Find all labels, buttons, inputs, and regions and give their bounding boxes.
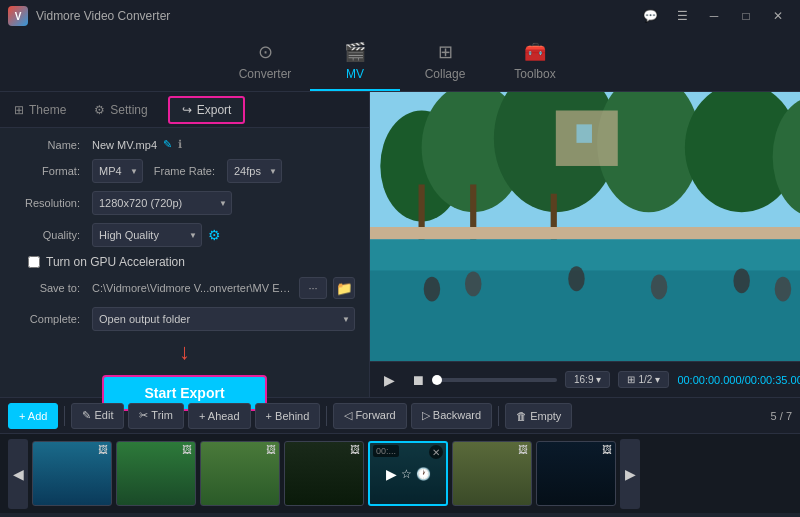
converter-label: Converter (239, 67, 292, 81)
saveto-browse-button[interactable]: ··· (299, 277, 327, 299)
title-bar-left: V Vidmore Video Converter (8, 6, 170, 26)
maximize-button[interactable]: □ (732, 6, 760, 26)
forward-button[interactable]: ◁ Forward (333, 403, 406, 429)
left-tabs: ⊞ Theme ⚙ Setting ↪ Export (0, 92, 369, 128)
format-select[interactable]: MP4 (92, 159, 143, 183)
menu-button[interactable]: ☰ (668, 6, 696, 26)
export-label: Export (197, 103, 232, 117)
saveto-path: C:\Vidmore\Vidmore V...onverter\MV Expor… (92, 282, 293, 294)
ahead-button[interactable]: + Ahead (188, 403, 251, 429)
film-thumb-4[interactable]: 🖼 (284, 441, 364, 506)
film-thumb-3[interactable]: 🖼 (200, 441, 280, 506)
video-preview (370, 92, 800, 361)
app-title: Vidmore Video Converter (36, 9, 170, 23)
svg-point-16 (465, 271, 482, 296)
trim-button[interactable]: ✂ Trim (128, 403, 183, 429)
quality-chevron-icon: ▾ (655, 374, 660, 385)
gpu-checkbox[interactable] (28, 256, 40, 268)
close-button[interactable]: ✕ (764, 6, 792, 26)
empty-button[interactable]: 🗑 Empty (505, 403, 572, 429)
resolution-select-wrapper: 1280x720 (720p) (92, 191, 232, 215)
film-thumb-1[interactable]: 🖼 (32, 441, 112, 506)
format-select-wrapper: MP4 (92, 159, 143, 183)
quality-row: Quality: High Quality ⚙ (14, 223, 355, 247)
quality-label: 1/2 (638, 374, 652, 385)
film-thumb-2[interactable]: 🖼 (116, 441, 196, 506)
framerate-label: Frame Rate: (149, 165, 221, 177)
framerate-select[interactable]: 24fps (227, 159, 282, 183)
tab-toolbox[interactable]: 🧰 Toolbox (490, 33, 580, 91)
gpu-checkbox-row: Turn on GPU Acceleration (14, 255, 355, 269)
collage-label: Collage (425, 67, 466, 81)
edit-button[interactable]: ✎ Edit (71, 403, 124, 429)
filmstrip-next-button[interactable]: ▶ (620, 439, 640, 509)
toolbar-divider-2 (326, 406, 327, 426)
thumb-1-icon: 🖼 (98, 444, 108, 455)
backward-button[interactable]: ▷ Backward (411, 403, 492, 429)
thumb-2-icon: 🖼 (182, 444, 192, 455)
thumb-3-icon: 🖼 (266, 444, 276, 455)
tab-theme[interactable]: ⊞ Theme (0, 92, 80, 127)
thumb-5-play-icon: ▶ (386, 466, 397, 482)
name-value: New MV.mp4 (92, 139, 157, 151)
film-thumb-5-selected[interactable]: 00:... ✕ ▶ ☆ 🕐 (368, 441, 448, 506)
saveto-row: Save to: C:\Vidmore\Vidmore V...onverter… (14, 277, 355, 299)
right-panel: ▶ ⏹ 16:9 ▾ ⊞ 1/2 ▾ 00:00:00.000/00:00:35… (370, 92, 800, 397)
quality-label: Quality: (14, 229, 86, 241)
tab-converter[interactable]: ⊙ Converter (220, 33, 310, 91)
time-display: 00:00:00.000/00:00:35.000 (677, 374, 800, 386)
progress-bar[interactable] (437, 378, 557, 382)
trees-layer (370, 92, 800, 240)
complete-select[interactable]: Open output folder (92, 307, 355, 331)
resolution-row: Resolution: 1280x720 (720p) (14, 191, 355, 215)
quality-select[interactable]: High Quality (92, 223, 202, 247)
collage-icon: ⊞ (438, 41, 453, 63)
thumb-4-icon: 🖼 (350, 444, 360, 455)
resolution-select[interactable]: 1280x720 (720p) (92, 191, 232, 215)
svg-point-17 (568, 266, 585, 291)
tab-collage[interactable]: ⊞ Collage (400, 33, 490, 91)
pool-layer (370, 227, 800, 362)
format-label: Format: (14, 165, 86, 177)
name-edit-icon[interactable]: ✎ (163, 138, 172, 151)
converter-icon: ⊙ (258, 41, 273, 63)
tab-setting[interactable]: ⚙ Setting (80, 92, 161, 127)
quality-button[interactable]: ⊞ 1/2 ▾ (618, 371, 669, 388)
stop-button[interactable]: ⏹ (407, 370, 429, 390)
toolbox-icon: 🧰 (524, 41, 546, 63)
name-info-icon[interactable]: ℹ (178, 138, 182, 151)
title-bar: V Vidmore Video Converter 💬 ☰ ─ □ ✕ (0, 0, 800, 32)
add-button[interactable]: + Add (8, 403, 58, 429)
left-panel: ⊞ Theme ⚙ Setting ↪ Export Name: New MV.… (0, 92, 370, 397)
arrow-down-indicator: ↓ (14, 339, 355, 365)
behind-button[interactable]: + Behind (255, 403, 321, 429)
main-content: ⊞ Theme ⚙ Setting ↪ Export Name: New MV.… (0, 92, 800, 397)
thumb-5-overlay: ▶ ☆ 🕐 (370, 443, 446, 504)
pool-svg (370, 227, 800, 362)
chat-button[interactable]: 💬 (636, 6, 664, 26)
title-bar-controls: 💬 ☰ ─ □ ✕ (636, 6, 792, 26)
quality-gear-icon[interactable]: ⚙ (208, 227, 221, 243)
setting-gear-icon: ⚙ (94, 103, 105, 117)
minimize-button[interactable]: ─ (700, 6, 728, 26)
complete-row: Complete: Open output folder (14, 307, 355, 331)
filmstrip-prev-button[interactable]: ◀ (8, 439, 28, 509)
film-thumb-7[interactable]: 🖼 (536, 441, 616, 506)
play-button[interactable]: ▶ (380, 370, 399, 390)
saveto-folder-button[interactable]: 📁 (333, 277, 355, 299)
resolution-label: Resolution: (14, 197, 86, 209)
film-thumb-6[interactable]: 🖼 (452, 441, 532, 506)
framerate-select-wrapper: 24fps (227, 159, 282, 183)
ratio-label: 16:9 (574, 374, 593, 385)
gpu-label: Turn on GPU Acceleration (46, 255, 185, 269)
tab-export[interactable]: ↪ Export (168, 96, 246, 124)
theme-label: Theme (29, 103, 66, 117)
ratio-button[interactable]: 16:9 ▾ (565, 371, 610, 388)
name-row: Name: New MV.mp4 ✎ ℹ (14, 138, 355, 151)
tab-mv[interactable]: 🎬 MV (310, 33, 400, 91)
thumb-5-star-icon: ☆ (401, 467, 412, 481)
pool-scene-bg (370, 92, 800, 361)
svg-rect-14 (370, 239, 800, 270)
export-arrow-icon: ↪ (182, 103, 192, 117)
toolbar-divider-1 (64, 406, 65, 426)
